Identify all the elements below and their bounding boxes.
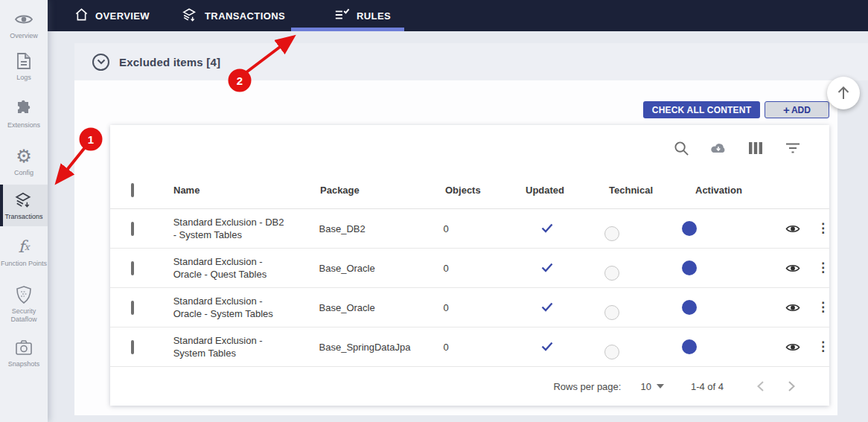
app-window: OVERVIEW TRANSACTIONS RULES	[0, 0, 868, 422]
table-toolbar	[110, 125, 829, 171]
eye-icon[interactable]	[785, 263, 800, 273]
cell-package: Base_Oracle	[319, 302, 444, 313]
pagination-range: 1-4 of 4	[691, 381, 724, 392]
caret-down-icon	[657, 384, 664, 389]
cloud-download-icon[interactable]	[710, 140, 727, 156]
sidebar-item-label: Config	[14, 169, 33, 177]
add-button[interactable]: + ADD	[765, 101, 829, 118]
cell-objects: 0	[444, 302, 523, 313]
plus-icon: +	[783, 104, 790, 115]
sidebar-item-config[interactable]: ⚙ Config	[0, 138, 48, 185]
layers-down-icon	[14, 191, 33, 210]
check-icon	[540, 266, 555, 277]
scroll-to-top-button[interactable]	[827, 77, 860, 109]
sidebar-item-label: Transactions	[4, 213, 42, 221]
columns-icon[interactable]	[747, 140, 764, 156]
document-icon	[14, 51, 33, 71]
column-header-package: Package	[320, 185, 445, 196]
kebab-menu-icon[interactable]: ⋮	[817, 342, 829, 352]
active-tab-indicator	[291, 28, 404, 31]
row-checkbox[interactable]	[131, 261, 134, 275]
sidebar-item-label: Function Points	[1, 260, 47, 268]
sidebar-item-extensions[interactable]: Extensions	[0, 89, 48, 138]
tab-transactions[interactable]: TRANSACTIONS	[182, 0, 285, 31]
arrow-up-icon	[836, 85, 851, 101]
sidebar-item-label: Overview	[10, 32, 38, 40]
add-button-label: ADD	[791, 105, 811, 115]
sidebar-item-transactions[interactable]: Transactions	[0, 185, 48, 226]
kebab-menu-icon[interactable]: ⋮	[817, 223, 829, 234]
row-checkbox[interactable]	[131, 222, 134, 236]
tab-label: TRANSACTIONS	[205, 10, 285, 22]
sidebar-item-overview[interactable]: Overview	[0, 6, 48, 43]
table-row[interactable]: Standard Exclusion - Oracle - Quest Tabl…	[110, 249, 829, 288]
eye-icon[interactable]	[785, 342, 800, 352]
section-title: Excluded items [4]	[119, 56, 220, 68]
search-icon[interactable]	[673, 140, 689, 156]
sidebar-item-label: Snapshots	[8, 360, 40, 368]
fx-icon: fx	[14, 237, 33, 257]
sidebar-item-snapshots[interactable]: Snapshots	[0, 330, 48, 375]
eye-icon[interactable]	[785, 223, 800, 234]
sidebar-item-label: Extensions	[7, 121, 40, 130]
cell-package: Base_Oracle	[319, 263, 444, 274]
excluded-items-table-card: Name Package Objects Updated Technical A…	[110, 125, 829, 406]
table-header-row: Name Package Objects Updated Technical A…	[110, 171, 829, 209]
checklist-icon	[334, 7, 350, 25]
tab-rules[interactable]: RULES	[334, 0, 391, 31]
column-header-activation: Activation	[695, 185, 785, 196]
cell-name: Standard Exclusion - Oracle - System Tab…	[173, 295, 285, 320]
row-checkbox[interactable]	[131, 301, 134, 315]
eye-icon	[14, 10, 33, 29]
table-row[interactable]: Standard Exclusion - Oracle - System Tab…	[110, 288, 829, 327]
home-icon	[74, 7, 89, 24]
row-checkbox[interactable]	[131, 340, 134, 354]
cell-package: Base_DB2	[319, 223, 444, 234]
sidebar-item-label: Logs	[16, 74, 31, 82]
filter-icon[interactable]	[785, 140, 801, 156]
table-row[interactable]: Standard Exclusion - DB2 - System Tables…	[110, 209, 829, 249]
tab-label: OVERVIEW	[95, 10, 150, 22]
cell-name: Standard Exclusion - Oracle - Quest Tabl…	[173, 255, 285, 281]
table-row[interactable]: Standard Exclusion - System Tables Base_…	[110, 327, 829, 367]
column-header-name: Name	[173, 185, 320, 196]
cell-objects: 0	[444, 342, 523, 353]
shield-icon	[14, 285, 33, 304]
tab-overview[interactable]: OVERVIEW	[74, 0, 150, 31]
cell-package: Base_SpringDataJpa	[319, 342, 444, 353]
gear-icon: ⚙	[14, 147, 33, 166]
column-header-updated: Updated	[526, 185, 609, 196]
kebab-menu-icon[interactable]: ⋮	[817, 302, 829, 313]
sidebar-item-function-points[interactable]: fx Function Points	[0, 226, 48, 278]
top-tab-bar: OVERVIEW TRANSACTIONS RULES	[48, 0, 868, 31]
chevron-right-icon[interactable]	[779, 380, 804, 392]
select-all-checkbox[interactable]	[131, 183, 134, 197]
check-icon	[540, 345, 555, 356]
column-header-technical: Technical	[609, 185, 695, 196]
tab-label: RULES	[357, 10, 391, 22]
camera-icon	[14, 338, 33, 357]
left-sidebar: Overview Logs Extensions ⚙ Config	[0, 0, 48, 422]
check-icon	[540, 305, 555, 316]
sidebar-item-logs[interactable]: Logs	[0, 43, 48, 89]
cell-name: Standard Exclusion - DB2 - System Tables	[173, 216, 285, 241]
cell-name: Standard Exclusion - System Tables	[173, 334, 285, 359]
chevron-left-icon[interactable]	[747, 380, 773, 392]
check-icon	[540, 226, 555, 237]
cell-objects: 0	[444, 223, 523, 234]
layers-icon	[182, 7, 198, 25]
rows-per-page-label: Rows per page:	[553, 381, 621, 392]
kebab-menu-icon[interactable]: ⋮	[817, 263, 829, 273]
rows-per-page-value: 10	[640, 381, 651, 392]
rows-per-page-select[interactable]: 10	[640, 381, 663, 392]
excluded-items-section-header: Excluded items [4]	[74, 43, 868, 80]
sidebar-item-security-dataflow[interactable]: Security Dataflow	[0, 278, 48, 330]
table-pagination: Rows per page: 10 1-4 of 4	[110, 367, 829, 406]
cell-objects: 0	[444, 263, 523, 274]
puzzle-icon	[14, 99, 33, 118]
eye-icon[interactable]	[785, 302, 800, 313]
sidebar-item-label: Security Dataflow	[0, 307, 48, 324]
chevron-down-circle-icon[interactable]	[92, 54, 109, 71]
column-header-objects: Objects	[445, 185, 526, 196]
check-all-content-button[interactable]: CHECK ALL CONTENT	[643, 101, 760, 118]
